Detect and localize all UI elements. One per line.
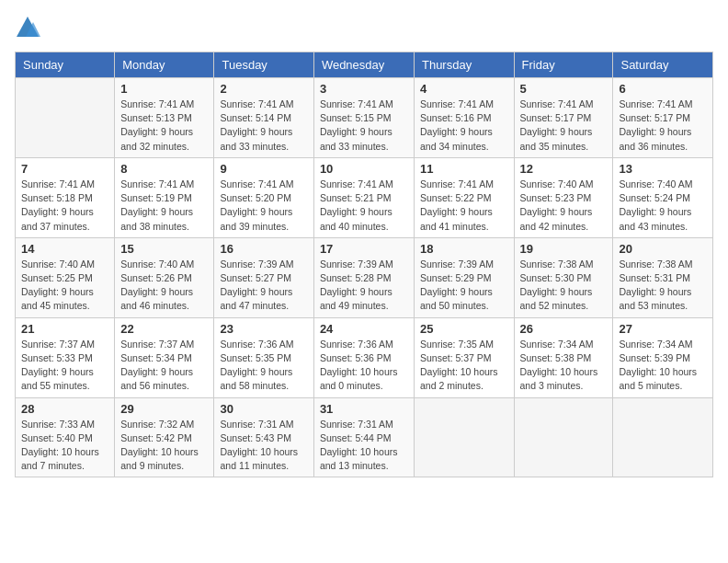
logo [15,15,44,40]
calendar-cell [613,397,713,477]
calendar-cell: 7Sunrise: 7:41 AMSunset: 5:18 PMDaylight… [16,157,115,237]
calendar-cell: 28Sunrise: 7:33 AMSunset: 5:40 PMDayligh… [16,397,115,477]
day-header-monday: Monday [115,52,214,78]
calendar-cell: 19Sunrise: 7:38 AMSunset: 5:30 PMDayligh… [514,237,613,317]
day-info: Sunrise: 7:41 AMSunset: 5:18 PMDaylight:… [21,178,108,234]
calendar-cell: 10Sunrise: 7:41 AMSunset: 5:21 PMDayligh… [313,157,414,237]
day-info: Sunrise: 7:41 AMSunset: 5:13 PMDaylight:… [120,98,208,154]
calendar-cell: 2Sunrise: 7:41 AMSunset: 5:14 PMDaylight… [214,78,313,158]
day-info: Sunrise: 7:36 AMSunset: 5:35 PMDaylight:… [220,338,307,394]
day-number: 18 [420,242,508,256]
day-number: 11 [420,162,508,176]
day-number: 1 [120,82,208,96]
day-number: 27 [619,322,707,336]
day-info: Sunrise: 7:38 AMSunset: 5:31 PMDaylight:… [619,258,707,314]
day-number: 5 [520,82,608,96]
day-header-thursday: Thursday [414,52,514,78]
day-number: 9 [220,162,307,176]
calendar-cell [514,397,613,477]
day-number: 30 [220,402,307,416]
day-info: Sunrise: 7:41 AMSunset: 5:14 PMDaylight:… [220,98,307,154]
week-row-3: 14Sunrise: 7:40 AMSunset: 5:25 PMDayligh… [16,237,713,317]
day-number: 7 [21,162,108,176]
day-info: Sunrise: 7:33 AMSunset: 5:40 PMDaylight:… [21,418,108,474]
day-info: Sunrise: 7:39 AMSunset: 5:28 PMDaylight:… [320,258,408,314]
calendar-cell: 21Sunrise: 7:37 AMSunset: 5:33 PMDayligh… [16,317,115,397]
calendar-cell: 18Sunrise: 7:39 AMSunset: 5:29 PMDayligh… [414,237,514,317]
day-info: Sunrise: 7:35 AMSunset: 5:37 PMDaylight:… [420,338,508,394]
calendar-cell: 5Sunrise: 7:41 AMSunset: 5:17 PMDaylight… [514,78,613,158]
calendar-cell: 9Sunrise: 7:41 AMSunset: 5:20 PMDaylight… [214,157,313,237]
calendar-cell: 23Sunrise: 7:36 AMSunset: 5:35 PMDayligh… [214,317,313,397]
calendar-cell: 1Sunrise: 7:41 AMSunset: 5:13 PMDaylight… [115,78,214,158]
week-row-4: 21Sunrise: 7:37 AMSunset: 5:33 PMDayligh… [16,317,713,397]
day-number: 12 [520,162,608,176]
calendar-cell: 27Sunrise: 7:34 AMSunset: 5:39 PMDayligh… [613,317,713,397]
day-info: Sunrise: 7:41 AMSunset: 5:17 PMDaylight:… [619,98,707,154]
calendar-cell: 30Sunrise: 7:31 AMSunset: 5:43 PMDayligh… [214,397,313,477]
calendar-cell: 20Sunrise: 7:38 AMSunset: 5:31 PMDayligh… [613,237,713,317]
day-info: Sunrise: 7:40 AMSunset: 5:24 PMDaylight:… [619,178,707,234]
day-number: 28 [21,402,108,416]
day-number: 13 [619,162,707,176]
day-info: Sunrise: 7:34 AMSunset: 5:39 PMDaylight:… [619,338,707,394]
calendar-cell: 31Sunrise: 7:31 AMSunset: 5:44 PMDayligh… [313,397,414,477]
calendar-cell: 29Sunrise: 7:32 AMSunset: 5:42 PMDayligh… [115,397,214,477]
page-header [15,15,713,40]
calendar-cell: 24Sunrise: 7:36 AMSunset: 5:36 PMDayligh… [313,317,414,397]
day-header-friday: Friday [514,52,613,78]
day-info: Sunrise: 7:34 AMSunset: 5:38 PMDaylight:… [520,338,608,394]
day-info: Sunrise: 7:41 AMSunset: 5:17 PMDaylight:… [520,98,608,154]
day-header-sunday: Sunday [16,52,115,78]
day-info: Sunrise: 7:41 AMSunset: 5:22 PMDaylight:… [420,178,508,234]
day-number: 17 [320,242,408,256]
day-info: Sunrise: 7:41 AMSunset: 5:19 PMDaylight:… [120,178,208,234]
day-number: 8 [120,162,208,176]
day-header-saturday: Saturday [613,52,713,78]
calendar-table: SundayMondayTuesdayWednesdayThursdayFrid… [15,52,713,477]
day-number: 6 [619,82,707,96]
day-number: 4 [420,82,508,96]
calendar-cell: 14Sunrise: 7:40 AMSunset: 5:25 PMDayligh… [16,237,115,317]
week-row-5: 28Sunrise: 7:33 AMSunset: 5:40 PMDayligh… [16,397,713,477]
day-number: 21 [21,322,108,336]
calendar-cell: 22Sunrise: 7:37 AMSunset: 5:34 PMDayligh… [115,317,214,397]
day-number: 16 [220,242,307,256]
day-info: Sunrise: 7:41 AMSunset: 5:15 PMDaylight:… [320,98,408,154]
logo-icon [15,15,40,40]
calendar-cell: 13Sunrise: 7:40 AMSunset: 5:24 PMDayligh… [613,157,713,237]
day-info: Sunrise: 7:39 AMSunset: 5:27 PMDaylight:… [220,258,307,314]
calendar-cell: 16Sunrise: 7:39 AMSunset: 5:27 PMDayligh… [214,237,313,317]
day-number: 14 [21,242,108,256]
day-info: Sunrise: 7:40 AMSunset: 5:23 PMDaylight:… [520,178,608,234]
day-header-wednesday: Wednesday [313,52,414,78]
calendar-cell: 4Sunrise: 7:41 AMSunset: 5:16 PMDaylight… [414,78,514,158]
day-info: Sunrise: 7:41 AMSunset: 5:20 PMDaylight:… [220,178,307,234]
week-row-2: 7Sunrise: 7:41 AMSunset: 5:18 PMDaylight… [16,157,713,237]
calendar-cell: 26Sunrise: 7:34 AMSunset: 5:38 PMDayligh… [514,317,613,397]
day-number: 23 [220,322,307,336]
day-number: 22 [120,322,208,336]
calendar-header: SundayMondayTuesdayWednesdayThursdayFrid… [16,52,713,78]
day-info: Sunrise: 7:38 AMSunset: 5:30 PMDaylight:… [520,258,608,314]
day-info: Sunrise: 7:31 AMSunset: 5:43 PMDaylight:… [220,418,307,474]
day-info: Sunrise: 7:39 AMSunset: 5:29 PMDaylight:… [420,258,508,314]
days-header-row: SundayMondayTuesdayWednesdayThursdayFrid… [16,52,713,78]
calendar-cell: 3Sunrise: 7:41 AMSunset: 5:15 PMDaylight… [313,78,414,158]
day-info: Sunrise: 7:41 AMSunset: 5:16 PMDaylight:… [420,98,508,154]
calendar-cell: 8Sunrise: 7:41 AMSunset: 5:19 PMDaylight… [115,157,214,237]
day-number: 20 [619,242,707,256]
day-number: 2 [220,82,307,96]
day-number: 19 [520,242,608,256]
calendar-cell [414,397,514,477]
day-info: Sunrise: 7:40 AMSunset: 5:25 PMDaylight:… [21,258,108,314]
day-info: Sunrise: 7:32 AMSunset: 5:42 PMDaylight:… [120,418,208,474]
day-number: 29 [120,402,208,416]
day-number: 25 [420,322,508,336]
calendar-body: 1Sunrise: 7:41 AMSunset: 5:13 PMDaylight… [16,78,713,477]
calendar-cell: 11Sunrise: 7:41 AMSunset: 5:22 PMDayligh… [414,157,514,237]
day-header-tuesday: Tuesday [214,52,313,78]
calendar-cell: 12Sunrise: 7:40 AMSunset: 5:23 PMDayligh… [514,157,613,237]
calendar-cell [16,78,115,158]
day-info: Sunrise: 7:41 AMSunset: 5:21 PMDaylight:… [320,178,408,234]
